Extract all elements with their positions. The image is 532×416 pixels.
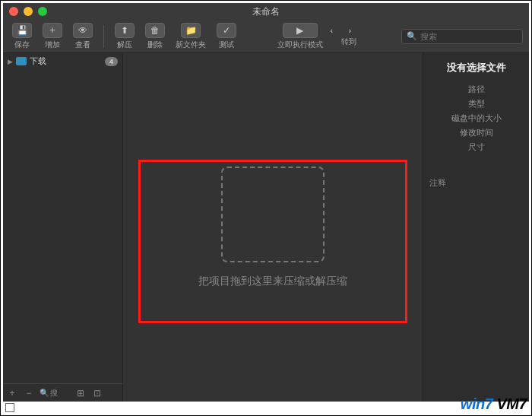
titlebar: 未命名	[3, 3, 529, 20]
count-badge: 4	[105, 57, 118, 66]
traffic-lights	[9, 7, 47, 16]
remove-item-button[interactable]: −	[23, 387, 35, 399]
add-icon: ＋	[43, 23, 62, 38]
drop-area[interactable]: 把项目拖到这里来压缩或解压缩	[198, 167, 347, 288]
delete-button[interactable]: 🗑 删除	[142, 23, 168, 50]
forward-button[interactable]: ›	[349, 26, 367, 35]
nav-label: 转到	[341, 37, 356, 47]
sidebar-footer: + − 🔍搜 ⊞ ⊡	[3, 383, 122, 402]
drop-hint: 把项目拖到这里来压缩或解压缩	[198, 275, 347, 288]
corner-checkbox[interactable]	[5, 403, 14, 412]
inspector-row-modified: 修改时间	[429, 125, 523, 140]
view-button[interactable]: 👁 查看	[70, 23, 96, 50]
folder-icon	[16, 57, 27, 65]
window-title: 未命名	[3, 5, 529, 18]
footer-icon-2[interactable]: ⊡	[91, 387, 103, 399]
extract-button[interactable]: ⬆ 解压	[112, 23, 138, 50]
toolbar: 💾 保存 ＋ 增加 👁 查看 ⬆ 解压 🗑 删除 📁 新文件夹 ✓ 测试	[3, 20, 529, 53]
nav-buttons: ‹ ›	[331, 26, 367, 35]
sidebar-item-label: 下载	[30, 56, 46, 67]
delete-icon: 🗑	[145, 23, 165, 38]
inspector-notes-label: 注释	[429, 177, 523, 189]
inspector-title: 没有选择文件	[429, 61, 523, 75]
add-item-button[interactable]: +	[6, 387, 18, 399]
extract-icon: ⬆	[115, 23, 135, 38]
search-box[interactable]: 🔍	[401, 29, 523, 44]
back-button[interactable]: ‹	[331, 26, 349, 35]
maximize-window-icon[interactable]	[38, 7, 47, 16]
separator	[103, 25, 104, 48]
sidebar-search[interactable]: 🔍搜	[40, 388, 70, 399]
new-folder-icon: 📁	[181, 23, 201, 38]
inspector-row-dimensions: 尺寸	[429, 140, 523, 154]
view-icon: 👁	[73, 23, 93, 38]
inspector-row-type: 类型	[429, 97, 523, 111]
run-mode-icon: ▶	[283, 23, 318, 38]
sidebar-item-downloads[interactable]: ▶ 下载 4	[3, 53, 122, 69]
dropzone-icon	[221, 167, 325, 262]
watermark: win7 VM7	[461, 395, 527, 413]
minimize-window-icon[interactable]	[24, 7, 33, 16]
main-content: 把项目拖到这里来压缩或解压缩	[123, 53, 423, 402]
inspector-panel: 没有选择文件 路径 类型 磁盘中的大小 修改时间 尺寸 注释	[423, 53, 529, 402]
test-icon: ✓	[217, 23, 236, 38]
close-window-icon[interactable]	[9, 7, 18, 16]
save-button[interactable]: 💾 保存	[9, 23, 35, 50]
app-window: 未命名 💾 保存 ＋ 增加 👁 查看 ⬆ 解压 🗑 删除 📁 新文件夹 ✓	[3, 3, 529, 402]
inspector-row-disksize: 磁盘中的大小	[429, 111, 523, 125]
search-input[interactable]	[420, 32, 518, 41]
footer-icon-1[interactable]: ⊞	[74, 387, 87, 399]
search-icon: 🔍	[407, 31, 417, 41]
test-button[interactable]: ✓ 测试	[214, 23, 239, 50]
disclosure-triangle-icon[interactable]: ▶	[8, 58, 13, 65]
new-folder-button[interactable]: 📁 新文件夹	[173, 23, 209, 50]
save-icon: 💾	[12, 23, 32, 38]
run-mode-button[interactable]: ▶ 立即执行模式	[274, 23, 326, 50]
add-button[interactable]: ＋ 增加	[40, 23, 65, 50]
sidebar: ▶ 下载 4 + − 🔍搜 ⊞ ⊡	[3, 53, 123, 402]
inspector-row-path: 路径	[429, 82, 523, 97]
